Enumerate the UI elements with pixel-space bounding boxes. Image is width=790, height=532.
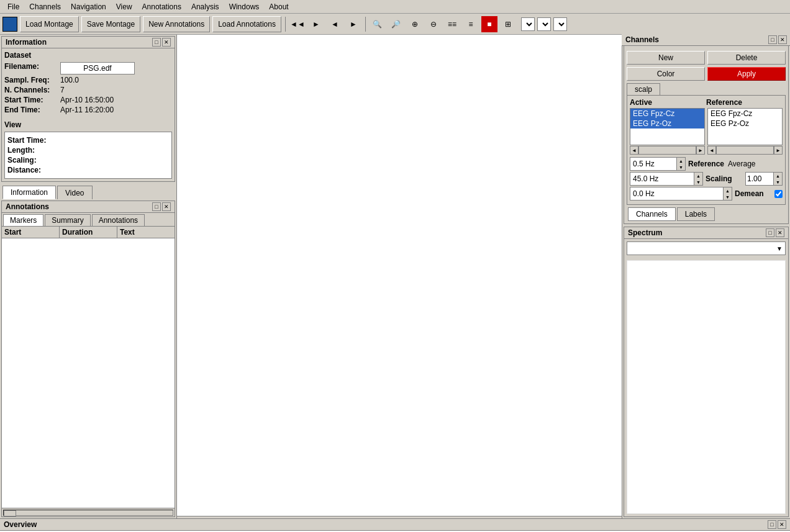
spectrum-combo[interactable]: ▼: [627, 241, 786, 255]
demean-checkbox[interactable]: [774, 190, 783, 198]
filter-val-2: 45.0 Hz: [630, 174, 694, 183]
ch-col-headers: Active Reference: [630, 98, 783, 107]
ref-scroll-left[interactable]: ◄: [707, 146, 716, 155]
new-channel-button[interactable]: New: [627, 51, 705, 65]
apply-button[interactable]: Apply: [707, 67, 786, 81]
filter-arrows-2[interactable]: ▲ ▼: [694, 173, 702, 185]
nav-prev-button[interactable]: ◄: [327, 16, 343, 32]
active-ch-list[interactable]: EEG Fpz-Cz EEG Pz-Oz: [630, 108, 705, 145]
active-ch-scrollbar-h[interactable]: ◄ ►: [630, 146, 705, 155]
filter1-dn[interactable]: ▼: [677, 164, 685, 170]
ref-ch-scrollbar-h[interactable]: ◄ ►: [707, 146, 783, 155]
menu-file[interactable]: File: [2, 1, 24, 12]
ann-minimize-button[interactable]: □: [152, 202, 161, 211]
active-ch-item-0[interactable]: EEG Fpz-Cz: [630, 109, 704, 119]
filter2-up[interactable]: ▲: [694, 173, 702, 179]
ann-tab-markers[interactable]: Markers: [3, 214, 43, 226]
toolbar-dropdown-1[interactable]: [521, 17, 535, 31]
load-montage-button[interactable]: Load Montage: [20, 16, 79, 32]
ann-scroll-track[interactable]: [3, 510, 173, 516]
ann-tab-summary[interactable]: Summary: [45, 214, 90, 226]
delete-channel-button[interactable]: Delete: [707, 51, 786, 65]
filter-arrows-3[interactable]: ▲ ▼: [723, 187, 732, 200]
grid-button[interactable]: ⊞: [500, 16, 516, 32]
zoom-in-button[interactable]: 🔍: [370, 16, 386, 32]
tab-information[interactable]: Information: [2, 186, 56, 199]
tab-video[interactable]: Video: [57, 186, 92, 199]
scaling-up[interactable]: ▲: [774, 173, 782, 179]
ch-close-button[interactable]: ✕: [778, 35, 787, 44]
nav-next-button[interactable]: ►: [345, 16, 361, 32]
toolbar-dropdown-2[interactable]: [537, 17, 551, 31]
filter-row-3: 0.0 Hz ▲ ▼ Demean: [630, 187, 783, 201]
ref-ch-list[interactable]: EEG Fpz-Cz EEG Pz-Oz: [707, 108, 783, 145]
ref-scroll-right[interactable]: ►: [774, 146, 783, 155]
ch-col-reference: Reference: [706, 98, 783, 107]
scaling-spinbox[interactable]: 1.00 ▲ ▼: [745, 172, 783, 186]
filter3-dn[interactable]: ▼: [724, 194, 732, 200]
active-scroll-track[interactable]: [638, 146, 696, 155]
info-close-button[interactable]: ✕: [162, 38, 171, 47]
menu-annotations[interactable]: Annotations: [137, 1, 186, 12]
zoom-out-button[interactable]: 🔎: [388, 16, 404, 32]
ref-ch-item-0[interactable]: EEG Fpz-Cz: [708, 109, 782, 119]
filter-spinbox-3[interactable]: 0.0 Hz ▲ ▼: [630, 187, 732, 201]
scaling-dn[interactable]: ▼: [774, 179, 782, 185]
demean-label: Demean: [735, 189, 772, 198]
filter-spinbox-1[interactable]: 0.5 Hz ▲ ▼: [630, 157, 686, 171]
tab-channels[interactable]: Channels: [628, 207, 676, 221]
nav-forward-button[interactable]: ►: [308, 16, 324, 32]
waveform-resize-handle[interactable]: [177, 516, 622, 518]
color-button[interactable]: ■: [481, 16, 497, 32]
filter1-up[interactable]: ▲: [677, 158, 685, 164]
view-list-button[interactable]: ≡: [463, 16, 479, 32]
ann-close-button[interactable]: ✕: [162, 202, 171, 211]
ann-tab-annotations[interactable]: Annotations: [92, 214, 145, 226]
ref-scroll-track[interactable]: [716, 146, 774, 155]
menu-navigation[interactable]: Navigation: [66, 1, 111, 12]
ov-close-button[interactable]: ✕: [778, 520, 786, 529]
menu-channels[interactable]: Channels: [24, 1, 66, 12]
ov-minimize-button[interactable]: □: [768, 520, 776, 529]
filter-spinbox-2[interactable]: 45.0 Hz ▲ ▼: [630, 172, 703, 186]
zoom-in2-button[interactable]: ⊕: [407, 16, 423, 32]
spectrum-plot: [627, 260, 786, 514]
spectrum-dropdown-arrow[interactable]: ▼: [776, 245, 783, 252]
sp-minimize-button[interactable]: □: [766, 228, 774, 237]
center-panel: [177, 35, 622, 518]
active-ch-item-1[interactable]: EEG Pz-Oz: [630, 119, 704, 128]
view-options-button[interactable]: ≡≡: [444, 16, 460, 32]
new-annotations-button[interactable]: New Annotations: [143, 16, 210, 32]
filter3-up[interactable]: ▲: [724, 187, 732, 194]
ann-scroll-thumb[interactable]: [4, 510, 16, 516]
load-annotations-button[interactable]: Load Annotations: [212, 16, 281, 32]
ref-ch-item-1[interactable]: EEG Pz-Oz: [708, 119, 782, 128]
annotations-controls: □ ✕: [152, 202, 171, 211]
menu-windows[interactable]: Windows: [224, 1, 265, 12]
tab-labels[interactable]: Labels: [677, 207, 715, 221]
scaling-arrows[interactable]: ▲ ▼: [773, 173, 782, 185]
n-channels-row: N. Channels: 7: [4, 86, 172, 94]
sp-close-button[interactable]: ✕: [776, 228, 784, 237]
menu-view[interactable]: View: [111, 1, 137, 12]
active-scroll-right[interactable]: ►: [696, 146, 705, 155]
ch-minimize-button[interactable]: □: [768, 35, 777, 44]
nav-back-button[interactable]: ◄◄: [289, 16, 306, 32]
channels-header: Channels □ ✕: [622, 34, 790, 46]
toolbar-dropdown-3[interactable]: [553, 17, 567, 31]
save-montage-button[interactable]: Save Montage: [81, 16, 140, 32]
ann-scrollbar-h[interactable]: [2, 508, 175, 516]
info-minimize-button[interactable]: □: [152, 38, 161, 47]
filter-arrows-1[interactable]: ▲ ▼: [676, 158, 685, 170]
separator-2: [365, 17, 366, 32]
scalp-tab[interactable]: scalp: [627, 83, 660, 95]
active-scroll-left[interactable]: ◄: [630, 146, 638, 155]
color-channel-button[interactable]: Color: [627, 67, 705, 81]
filter2-dn[interactable]: ▼: [694, 179, 702, 185]
n-channels-value: 7: [60, 86, 172, 94]
channels-section: Channels □ ✕ New Delete Color Apply scal…: [624, 36, 789, 224]
menu-about[interactable]: About: [264, 1, 293, 12]
zoom-out2-button[interactable]: ⊖: [425, 16, 442, 32]
waveform-area[interactable]: [177, 35, 622, 516]
menu-analysis[interactable]: Analysis: [186, 1, 224, 12]
